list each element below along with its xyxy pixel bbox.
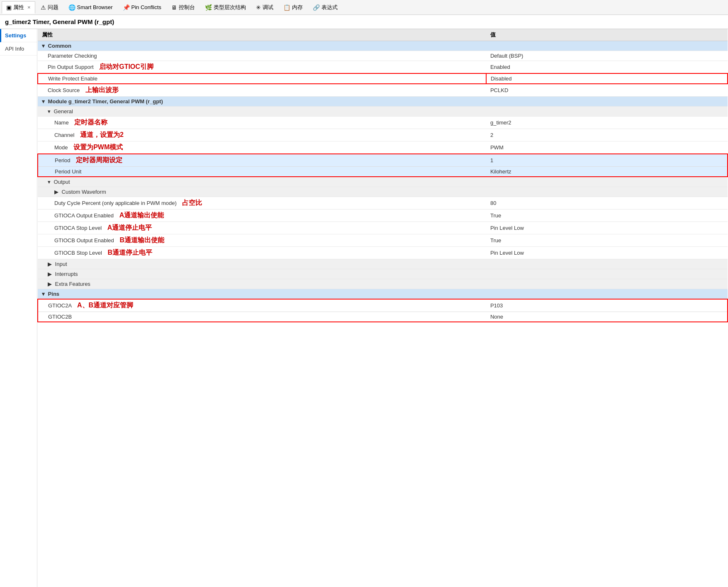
debug-icon: ✳ xyxy=(256,4,261,11)
tab-debug[interactable]: ✳ 调试 xyxy=(251,1,278,14)
tab-expressions[interactable]: 🔗 表达式 xyxy=(308,1,342,14)
row-period-unit[interactable]: Period Unit Kilohertz xyxy=(38,167,728,177)
annotation-clock-source: 上输出波形 xyxy=(85,86,119,93)
tab-type-hierarchy[interactable]: 🌿 类型层次结构 xyxy=(200,1,251,14)
row-write-protect-enable[interactable]: Write Protect Enable Disabled xyxy=(38,73,728,84)
sidebar-item-api-info[interactable]: API Info xyxy=(0,42,37,56)
chevron-down-icon-general: ▾ xyxy=(48,108,51,114)
tab-pin-conflicts[interactable]: 📌 Pin Conflicts xyxy=(118,1,166,14)
issues-icon: ⚠ xyxy=(41,4,46,11)
properties-table: 属性 值 ▾ Common Parameter Checking Defa xyxy=(37,29,728,322)
annotation-gtiocb-output: B通道输出使能 xyxy=(119,236,164,244)
col-header-property: 属性 xyxy=(38,29,486,41)
row-gtioc2b[interactable]: GTIOC2B None xyxy=(38,312,728,322)
section-interrupts[interactable]: ▶ Interrupts xyxy=(38,269,728,279)
sidebar-item-settings[interactable]: Settings xyxy=(0,29,37,42)
section-extra-features[interactable]: ▶ Extra Features xyxy=(38,279,728,289)
smart-browser-icon: 🌐 xyxy=(68,4,75,11)
row-gtioc2a[interactable]: GTIOC2A A、B通道对应管脚 P103 xyxy=(38,299,728,312)
annotation-gtioca-stop: A通道停止电平 xyxy=(107,224,152,231)
chevron-right-icon-input: ▶ xyxy=(48,261,52,267)
tab-issues[interactable]: ⚠ 问题 xyxy=(36,1,63,14)
section-general[interactable]: ▾ General xyxy=(38,107,728,117)
section-pins[interactable]: ▾ Pins xyxy=(38,289,728,300)
properties-icon: ▣ xyxy=(6,4,12,11)
annotation-name: 定时器名称 xyxy=(74,119,107,126)
chevron-down-icon-output: ▾ xyxy=(48,179,51,185)
annotation-channel: 通道，设置为2 xyxy=(80,131,124,138)
pin-conflicts-icon: 📌 xyxy=(123,4,130,11)
tab-properties[interactable]: ▣ 属性 × xyxy=(2,1,35,14)
page-title: g_timer2 Timer, General PWM (r_gpt) xyxy=(0,15,728,29)
annotation-duty-cycle: 占空比 xyxy=(182,199,202,206)
annotation-pin-output: 启动对GTIOC引脚 xyxy=(99,63,153,70)
memory-icon: 📋 xyxy=(283,4,290,11)
top-bar: ▣ 属性 × ⚠ 问题 🌐 Smart Browser 📌 Pin Confli… xyxy=(0,0,728,15)
section-common[interactable]: ▾ Common xyxy=(38,41,728,51)
chevron-down-icon-module: ▾ xyxy=(42,98,45,105)
row-parameter-checking[interactable]: Parameter Checking Default (BSP) xyxy=(38,51,728,61)
row-pin-output-support[interactable]: Pin Output Support 启动对GTIOC引脚 Enabled xyxy=(38,61,728,74)
chevron-right-icon-extra: ▶ xyxy=(48,281,52,287)
col-header-value: 值 xyxy=(486,29,728,41)
main-container: g_timer2 Timer, General PWM (r_gpt) Sett… xyxy=(0,15,728,587)
chevron-right-icon-waveform: ▶ xyxy=(54,189,58,195)
annotation-gtiocb-stop: B通道停止电平 xyxy=(108,249,153,256)
annotation-period: 定时器周期设定 xyxy=(76,156,122,163)
chevron-right-icon-interrupts: ▶ xyxy=(48,271,52,277)
section-input[interactable]: ▶ Input xyxy=(38,259,728,269)
row-period[interactable]: Period 定时器周期设定 1 xyxy=(38,154,728,167)
annotation-pins: A、B通道对应管脚 xyxy=(77,302,133,309)
properties-panel: 属性 值 ▾ Common Parameter Checking Defa xyxy=(37,29,728,587)
row-gtioca-stop-level[interactable]: GTIOCA Stop Level A通道停止电平 Pin Level Low xyxy=(38,222,728,234)
section-module[interactable]: ▾ Module g_timer2 Timer, General PWM (r_… xyxy=(38,97,728,107)
sidebar: Settings API Info xyxy=(0,29,37,587)
console-icon: 🖥 xyxy=(171,4,177,11)
chevron-down-icon: ▾ xyxy=(42,43,45,49)
content-area: Settings API Info 属性 值 ▾ xyxy=(0,29,728,587)
tab-console[interactable]: 🖥 控制台 xyxy=(167,1,200,14)
row-channel[interactable]: Channel 通道，设置为2 2 xyxy=(38,129,728,141)
chevron-down-icon-pins: ▾ xyxy=(42,291,45,297)
tab-memory[interactable]: 📋 内存 xyxy=(279,1,307,14)
type-hierarchy-icon: 🌿 xyxy=(205,4,212,11)
annotation-gtioca-output: A通道输出使能 xyxy=(119,212,164,219)
row-duty-cycle[interactable]: Duty Cycle Percent (only applicable in P… xyxy=(38,197,728,209)
section-custom-waveform[interactable]: ▶ Custom Waveform xyxy=(38,187,728,197)
row-name[interactable]: Name 定时器名称 g_timer2 xyxy=(38,117,728,129)
expressions-icon: 🔗 xyxy=(313,4,320,11)
close-properties-tab[interactable]: × xyxy=(27,4,31,10)
row-clock-source[interactable]: Clock Source 上输出波形 PCLKD xyxy=(38,84,728,97)
row-gtiocb-output-enabled[interactable]: GTIOCB Output Enabled B通道输出使能 True xyxy=(38,234,728,247)
annotation-mode: 设置为PWM模式 xyxy=(73,144,123,151)
write-protect-label: Write Protect Enable xyxy=(48,76,97,82)
row-mode[interactable]: Mode 设置为PWM模式 PWM xyxy=(38,141,728,154)
row-gtioca-output-enabled[interactable]: GTIOCA Output Enabled A通道输出使能 True xyxy=(38,209,728,222)
row-gtiocb-stop-level[interactable]: GTIOCB Stop Level B通道停止电平 Pin Level Low xyxy=(38,247,728,259)
tab-smart-browser[interactable]: 🌐 Smart Browser xyxy=(64,1,117,14)
section-output[interactable]: ▾ Output xyxy=(38,177,728,187)
